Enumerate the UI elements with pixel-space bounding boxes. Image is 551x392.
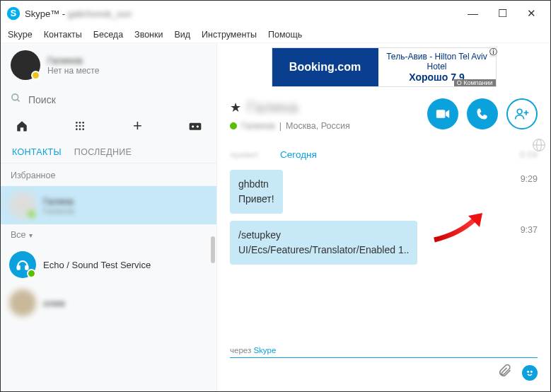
window-title: Skype™ - galichonok_sun bbox=[25, 8, 132, 19]
svg-point-6 bbox=[82, 122, 84, 124]
svg-point-10 bbox=[76, 128, 78, 130]
contact-name: Echo / Sound Test Service bbox=[43, 260, 151, 270]
presence-online-icon bbox=[27, 209, 36, 219]
contact-sub: Галинов bbox=[43, 207, 74, 215]
svg-point-5 bbox=[79, 122, 81, 124]
message-bubble[interactable]: ghbdtn Привет! bbox=[230, 170, 283, 214]
svg-point-4 bbox=[76, 122, 78, 124]
ad-banner[interactable]: Booking.com Тель-Авив - Hilton Tel Aviv … bbox=[272, 47, 497, 87]
message-bubble[interactable]: /setupkey UI/Ecs/Features/Translator/Ena… bbox=[230, 221, 417, 265]
svg-rect-16 bbox=[18, 266, 20, 270]
menu-calls[interactable]: Звонки bbox=[134, 30, 163, 40]
contact-echo[interactable]: Echo / Sound Test Service bbox=[1, 246, 216, 284]
bot-icon[interactable] bbox=[187, 117, 204, 134]
video-call-button[interactable] bbox=[427, 98, 458, 129]
message-row: ghbdtn Привет! 9:29 bbox=[230, 170, 538, 214]
prev-time-label: 8:59 bbox=[520, 149, 538, 160]
svg-point-25 bbox=[528, 371, 529, 372]
section-favorites[interactable]: Избранное bbox=[1, 163, 216, 186]
presence-online-icon bbox=[230, 122, 237, 129]
minimize-button[interactable]: — bbox=[468, 7, 478, 20]
echo-avatar-icon bbox=[9, 251, 36, 278]
chat-title: Галина bbox=[247, 98, 298, 117]
scrollbar-thumb[interactable] bbox=[211, 236, 215, 263]
message-time: 9:29 bbox=[506, 170, 538, 184]
svg-rect-13 bbox=[190, 123, 202, 130]
profile-block[interactable]: Галинов Нет на месте bbox=[1, 43, 216, 87]
menu-chat[interactable]: Беседа bbox=[93, 30, 123, 40]
emoji-icon[interactable] bbox=[522, 365, 538, 381]
svg-text:S: S bbox=[11, 8, 16, 18]
contact-avatar bbox=[9, 192, 36, 219]
search-icon bbox=[11, 93, 21, 106]
self-avatar bbox=[11, 50, 40, 80]
sidebar: Галинов Нет на месте + КОНТАКТЫ ПОСЛЕДНИ… bbox=[1, 43, 217, 391]
svg-rect-18 bbox=[436, 110, 446, 118]
menu-skype[interactable]: Skype bbox=[8, 30, 33, 40]
presence-online-icon bbox=[27, 269, 36, 278]
search-row[interactable] bbox=[1, 87, 216, 112]
search-input[interactable] bbox=[28, 94, 207, 105]
contact-avatar bbox=[9, 289, 36, 316]
menu-view[interactable]: Вид bbox=[174, 30, 190, 40]
home-icon[interactable] bbox=[13, 117, 30, 134]
svg-rect-17 bbox=[25, 266, 28, 270]
contact-other[interactable]: олим bbox=[1, 284, 216, 322]
svg-point-9 bbox=[82, 125, 84, 127]
svg-point-15 bbox=[197, 125, 199, 127]
via-label: через Skype bbox=[230, 346, 538, 354]
ad-info-icon[interactable]: ⓘ bbox=[489, 47, 497, 57]
add-contact-icon[interactable]: + bbox=[129, 117, 146, 134]
today-label: Сегодня bbox=[280, 149, 317, 160]
message-row: /setupkey UI/Ecs/Features/Translator/Ena… bbox=[230, 221, 538, 265]
chevron-down-icon: ▾ bbox=[29, 231, 33, 239]
voice-call-button[interactable] bbox=[467, 98, 498, 129]
menu-tools[interactable]: Инструменты bbox=[202, 30, 257, 40]
close-button[interactable]: ✕ bbox=[527, 7, 536, 20]
chat-sub-name: Галинов bbox=[241, 121, 275, 131]
message-input[interactable] bbox=[230, 362, 498, 383]
presence-away-icon bbox=[31, 71, 40, 80]
svg-point-11 bbox=[79, 128, 81, 130]
tab-recent[interactable]: ПОСЛЕДНИЕ bbox=[74, 147, 132, 157]
svg-point-2 bbox=[12, 94, 18, 100]
svg-point-7 bbox=[76, 125, 78, 127]
chat-location: Москва, Россия bbox=[286, 121, 350, 131]
add-participant-button[interactable] bbox=[506, 98, 538, 129]
menu-contacts[interactable]: Контакты bbox=[44, 30, 82, 40]
chat-body: привет Сегодня 8:59 ghbdtn Привет! 9:29 … bbox=[217, 138, 550, 342]
menubar: Skype Контакты Беседа Звонки Вид Инструм… bbox=[1, 26, 550, 43]
svg-point-12 bbox=[82, 128, 84, 130]
contact-selected[interactable]: Галина Галинов bbox=[1, 186, 216, 224]
section-all[interactable]: Все ▾ bbox=[1, 224, 216, 246]
contact-name: Галина bbox=[43, 196, 74, 207]
menu-help[interactable]: Помощь bbox=[268, 30, 302, 40]
chat-footer: через Skype bbox=[217, 342, 550, 391]
attach-icon[interactable] bbox=[498, 364, 512, 381]
favorite-star-icon[interactable]: ★ bbox=[230, 100, 241, 115]
ad-brand: Booking.com bbox=[272, 48, 378, 86]
self-status[interactable]: Нет на месте bbox=[47, 66, 99, 76]
via-link[interactable]: Skype bbox=[253, 346, 276, 354]
message-time: 9:37 bbox=[506, 221, 538, 235]
contact-name: олим bbox=[43, 298, 65, 309]
main-panel: Booking.com Тель-Авив - Hilton Tel Aviv … bbox=[217, 43, 550, 391]
svg-point-8 bbox=[79, 125, 81, 127]
skype-logo-icon: S bbox=[6, 6, 21, 21]
titlebar: S Skype™ - galichonok_sun — ☐ ✕ bbox=[1, 1, 550, 26]
chat-header: ★ Галина Галинов | Москва, Россия bbox=[217, 87, 550, 138]
svg-point-19 bbox=[517, 109, 522, 114]
ad-about[interactable]: О Компании bbox=[454, 79, 496, 86]
prev-day-label: привет bbox=[230, 149, 259, 160]
svg-point-14 bbox=[192, 125, 194, 127]
svg-point-26 bbox=[530, 371, 532, 372]
self-name: Галинов bbox=[47, 55, 99, 66]
dialpad-icon[interactable] bbox=[71, 117, 88, 134]
tab-contacts[interactable]: КОНТАКТЫ bbox=[12, 147, 62, 157]
svg-line-3 bbox=[17, 99, 19, 101]
maximize-button[interactable]: ☐ bbox=[498, 7, 507, 20]
